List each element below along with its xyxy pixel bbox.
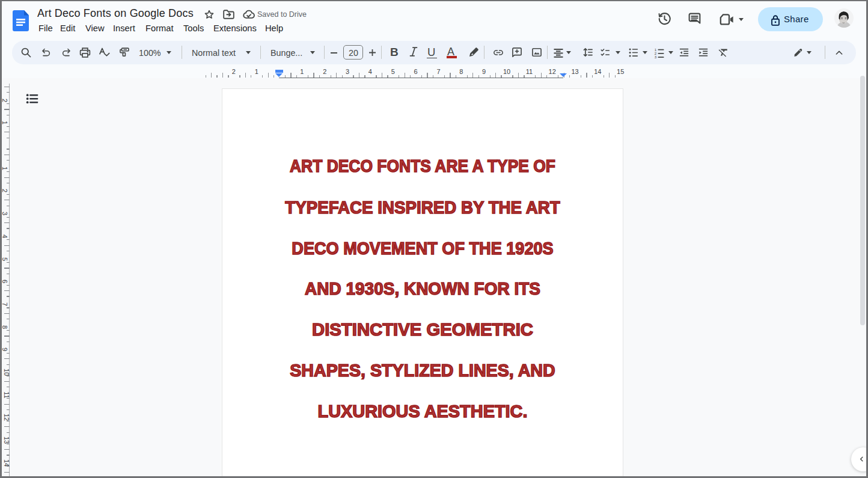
svg-text:3: 3 xyxy=(655,55,657,59)
